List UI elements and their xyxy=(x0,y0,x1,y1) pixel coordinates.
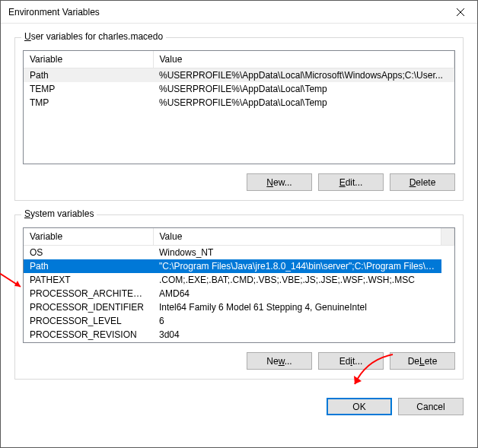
system-delete-button[interactable]: DeLete xyxy=(390,352,455,370)
user-buttons: New... Edit... Delete xyxy=(23,173,455,191)
cancel-button[interactable]: Cancel xyxy=(398,398,464,415)
table-row[interactable]: PROCESSOR_IDENTIFIER Intel64 Family 6 Mo… xyxy=(24,300,454,314)
window-title: Environment Variables xyxy=(8,7,443,17)
scrollbar[interactable] xyxy=(441,228,454,246)
user-new-button[interactable]: New... xyxy=(247,173,312,191)
close-icon xyxy=(457,8,464,16)
table-row[interactable]: TMP %USERPROFILE%\AppData\Local\Temp xyxy=(24,96,454,110)
system-vars-table-wrap: Variable Value OS Windows_NT Path "C:\Pr… xyxy=(23,227,455,343)
user-delete-button[interactable]: Delete xyxy=(390,173,455,191)
user-variables-group: User variables for charles.macedo Variab… xyxy=(14,37,464,201)
dialog-footer: OK Cancel xyxy=(1,387,477,415)
system-vars-table[interactable]: Variable Value OS Windows_NT Path "C:\Pr… xyxy=(24,228,454,342)
user-edit-button[interactable]: Edit... xyxy=(318,173,384,191)
system-variables-group: System variables Variable Value OS xyxy=(14,214,464,380)
sys-col-variable[interactable]: Variable xyxy=(24,228,153,246)
table-row-selected[interactable]: Path "C:\Program Files\Java\jre1.8.0_144… xyxy=(24,259,454,273)
system-edit-button[interactable]: Edit... xyxy=(318,352,384,370)
table-row[interactable]: PROCESSOR_ARCHITECTURE AMD64 xyxy=(24,287,454,300)
table-row[interactable]: Path %USERPROFILE%\AppData\Local\Microso… xyxy=(24,68,454,83)
table-row[interactable]: PATHEXT .COM;.EXE;.BAT;.CMD;.VBS;.VBE;.J… xyxy=(24,273,454,287)
ok-button[interactable]: OK xyxy=(327,398,392,415)
table-row[interactable]: OS Windows_NT xyxy=(24,246,454,260)
user-col-variable[interactable]: Variable xyxy=(24,51,153,68)
user-group-label: User variables for charles.macedo xyxy=(21,31,166,42)
user-vars-table[interactable]: Variable Value Path %USERPROFILE%\AppDat… xyxy=(24,51,454,110)
sys-col-value[interactable]: Value xyxy=(153,228,441,246)
system-new-button[interactable]: New... xyxy=(247,352,312,370)
table-row[interactable]: PROCESSOR_LEVEL 6 xyxy=(24,314,454,328)
system-group-label: System variables xyxy=(21,208,97,219)
close-button[interactable] xyxy=(443,1,477,24)
table-row[interactable]: TEMP %USERPROFILE%\AppData\Local\Temp xyxy=(24,82,454,96)
system-buttons: New... Edit... DeLete xyxy=(23,352,455,370)
user-col-value[interactable]: Value xyxy=(153,51,454,68)
user-vars-table-wrap: Variable Value Path %USERPROFILE%\AppDat… xyxy=(23,50,455,164)
table-row[interactable]: PROCESSOR_REVISION 3d04 xyxy=(24,328,454,342)
env-vars-dialog: Environment Variables User variables for… xyxy=(0,0,478,448)
titlebar: Environment Variables xyxy=(1,1,477,24)
